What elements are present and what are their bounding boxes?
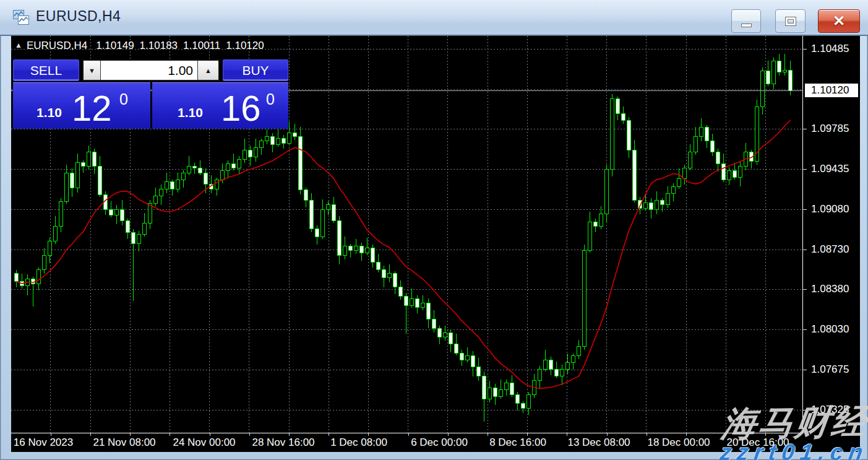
price-axis-tick — [803, 329, 807, 330]
price-axis-label: 1.10485 — [811, 43, 849, 55]
maximize-button[interactable] — [775, 9, 806, 33]
time-axis-label: 24 Nov 00:00 — [173, 436, 235, 449]
ohlc-symbol: EURUSD,H4 — [27, 40, 87, 51]
time-axis-label: 1 Dec 08:00 — [330, 436, 387, 449]
sell-price-big: 1.10 — [37, 105, 62, 120]
price-axis-tick — [803, 209, 807, 210]
volume-control: ▼ ▲ — [82, 59, 220, 81]
time-axis-label: 16 Nov 2023 — [14, 436, 73, 449]
time-axis-tick — [289, 433, 290, 436]
triangle-up-icon: ▲ — [205, 67, 212, 74]
buy-button[interactable]: BUY — [223, 59, 288, 81]
buy-price-sup: 0 — [266, 90, 275, 108]
ohlc-open: 1.10149 — [96, 40, 134, 51]
ohlc-high: 1.10183 — [140, 40, 178, 51]
time-axis-tick — [686, 433, 687, 436]
time-axis-label: 28 Nov 16:00 — [252, 436, 314, 449]
buy-price-pips: 16 — [221, 90, 261, 126]
time-axis-tick — [647, 433, 647, 436]
triangle-down-icon: ▼ — [88, 67, 95, 74]
time-axis-tick — [408, 433, 409, 436]
mt4-chart-window: EURUSD,H4 ✕ ▲EURUSD,H41.101491.101831.10… — [0, 0, 868, 460]
time-axis-tick — [210, 433, 210, 436]
time-axis-tick — [51, 433, 51, 436]
maximize-icon — [786, 17, 796, 25]
price-axis-tick — [803, 129, 807, 129]
price-axis-label: 1.09785 — [811, 123, 849, 135]
price-axis-label: 1.07675 — [811, 363, 849, 376]
time-axis-tick — [488, 433, 488, 436]
time-axis-tick — [249, 433, 250, 436]
window-title: EURUSD,H4 — [36, 8, 121, 25]
price-axis-label: 1.09080 — [811, 203, 849, 215]
time-axis-tick — [90, 433, 91, 436]
price-axis-tick — [803, 289, 807, 290]
one-click-trading-panel: SELL ▼ ▲ BUY 1.10 12 0 1.10 16 0 — [13, 59, 288, 129]
time-axis-tick — [130, 433, 131, 436]
time-axis-tick — [170, 433, 170, 436]
time-axis-tick — [567, 433, 567, 436]
chart-window-icon — [12, 9, 30, 25]
time-axis-tick — [329, 433, 329, 436]
close-icon: ✕ — [833, 14, 845, 28]
time-axis-tick — [368, 433, 369, 436]
direction-up-icon: ▲ — [15, 41, 22, 50]
time-axis[interactable]: 16 Nov 202321 Nov 08:0024 Nov 00:0028 No… — [11, 433, 803, 452]
price-axis-tick — [803, 169, 807, 170]
price-axis-label: 1.08030 — [811, 323, 849, 336]
current-price-label: 1.10120 — [805, 84, 858, 97]
price-axis-tick — [803, 250, 807, 250]
time-axis-label: 21 Nov 08:00 — [93, 436, 155, 449]
sell-price-panel[interactable]: 1.10 12 0 — [13, 82, 150, 129]
buy-price-panel[interactable]: 1.10 16 0 — [152, 82, 288, 129]
price-axis-label: 1.08380 — [811, 283, 849, 295]
price-axis-label: 1.09435 — [811, 163, 849, 175]
time-axis-tick — [607, 433, 608, 436]
close-button[interactable]: ✕ — [818, 9, 860, 33]
ohlc-header: ▲EURUSD,H41.101491.101831.100111.10120 — [15, 40, 270, 52]
buy-price-big: 1.10 — [178, 105, 203, 120]
minimize-button[interactable] — [731, 9, 761, 33]
price-axis-label: 1.08730 — [811, 243, 849, 256]
sell-button[interactable]: SELL — [13, 59, 79, 81]
ohlc-low: 1.10011 — [183, 40, 220, 51]
time-axis-label: 8 Dec 16:00 — [489, 436, 546, 449]
window-titlebar[interactable]: EURUSD,H4 ✕ — [0, 0, 868, 36]
sell-price-pips: 12 — [72, 90, 112, 126]
time-axis-tick — [448, 433, 449, 436]
volume-decrease-button[interactable]: ▼ — [84, 61, 101, 80]
time-axis-label: 18 Dec 00:00 — [647, 436, 710, 449]
minimize-icon — [741, 24, 752, 27]
volume-input[interactable] — [101, 61, 197, 80]
price-axis[interactable]: 1.104851.097851.094351.090801.087301.083… — [803, 36, 860, 452]
time-axis-tick — [527, 433, 528, 436]
time-axis-label: 13 Dec 08:00 — [567, 436, 630, 449]
watermark-url: zzrt01.cn — [718, 440, 868, 460]
volume-increase-button[interactable]: ▲ — [197, 61, 218, 80]
chart-area: ▲EURUSD,H41.101491.101831.100111.10120 S… — [0, 36, 868, 460]
ohlc-close: 1.10120 — [226, 40, 264, 51]
price-axis-tick — [803, 49, 807, 50]
price-axis-tick — [803, 370, 807, 370]
sell-price-sup: 0 — [119, 90, 128, 108]
time-axis-label: 6 Dec 00:00 — [411, 436, 468, 449]
